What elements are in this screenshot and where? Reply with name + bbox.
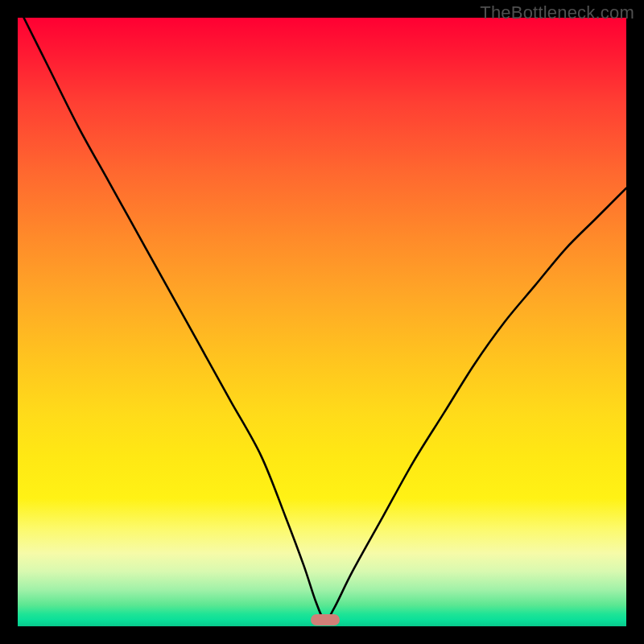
curve-layer — [18, 18, 626, 626]
bottleneck-curve — [24, 18, 626, 621]
plot-area — [18, 18, 626, 626]
chart-frame: TheBottleneck.com — [0, 0, 644, 644]
watermark-text: TheBottleneck.com — [480, 2, 634, 23]
optimal-point-marker — [311, 614, 340, 625]
